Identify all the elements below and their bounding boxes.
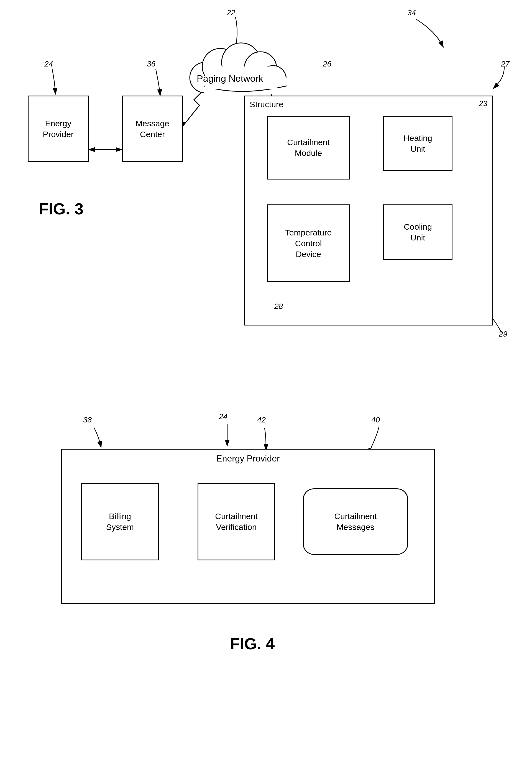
ref-22: 22: [227, 8, 235, 17]
heating-unit-label: HeatingUnit: [403, 133, 432, 154]
fig3-label: FIG. 3: [39, 199, 83, 218]
ref-27: 27: [501, 60, 510, 68]
ref-36: 36: [147, 60, 155, 68]
structure-outer-box: Structure 23 CurtailmentModule HeatingUn…: [244, 96, 493, 326]
curtailment-module-label: CurtailmentModule: [287, 137, 329, 158]
curtailment-messages-box: CurtailmentMessages: [303, 488, 408, 555]
cloud-label: Paging Network: [197, 73, 264, 84]
temperature-control-box: TemperatureControlDevice: [267, 204, 350, 282]
energy-provider-box: EnergyProvider: [28, 96, 89, 162]
message-center-label: MessageCenter: [136, 118, 169, 140]
curtailment-module-box: CurtailmentModule: [267, 116, 350, 180]
ref-42: 42: [257, 416, 266, 424]
paging-network-cloud: Paging Network: [172, 39, 288, 100]
ref-40: 40: [371, 416, 380, 424]
billing-system-box: BillingSystem: [81, 483, 159, 560]
curtailment-messages-label: CurtailmentMessages: [334, 511, 377, 533]
cooling-unit-box: CoolingUnit: [383, 204, 452, 260]
ref-34: 34: [407, 8, 416, 17]
temperature-control-label: TemperatureControlDevice: [285, 227, 332, 260]
ref-23: 23: [479, 99, 487, 108]
curtailment-verification-label: CurtailmentVerification: [215, 511, 258, 533]
ref-24-fig4: 24: [219, 412, 227, 421]
message-center-box: MessageCenter: [122, 96, 183, 162]
cooling-unit-label: CoolingUnit: [404, 221, 432, 243]
ref-26: 26: [323, 60, 331, 68]
energy-provider-label: EnergyProvider: [43, 118, 74, 140]
ref-28: 28: [274, 302, 283, 311]
ref-38: 38: [83, 416, 92, 424]
fig4-label: FIG. 4: [230, 634, 274, 653]
energy-provider-outer-box: Energy Provider BillingSystem Curtailmen…: [61, 449, 435, 604]
curtailment-verification-box: CurtailmentVerification: [198, 483, 275, 560]
structure-label: Structure: [250, 100, 283, 109]
diagram-container: 22 34 Paging Network 24 36 26 27 EnergyP…: [0, 0, 532, 759]
ref-24-fig3: 24: [44, 60, 53, 68]
ref-29: 29: [499, 330, 507, 339]
heating-unit-box: HeatingUnit: [383, 116, 452, 171]
billing-system-label: BillingSystem: [106, 511, 134, 533]
energy-provider-outer-label: Energy Provider: [216, 454, 280, 464]
